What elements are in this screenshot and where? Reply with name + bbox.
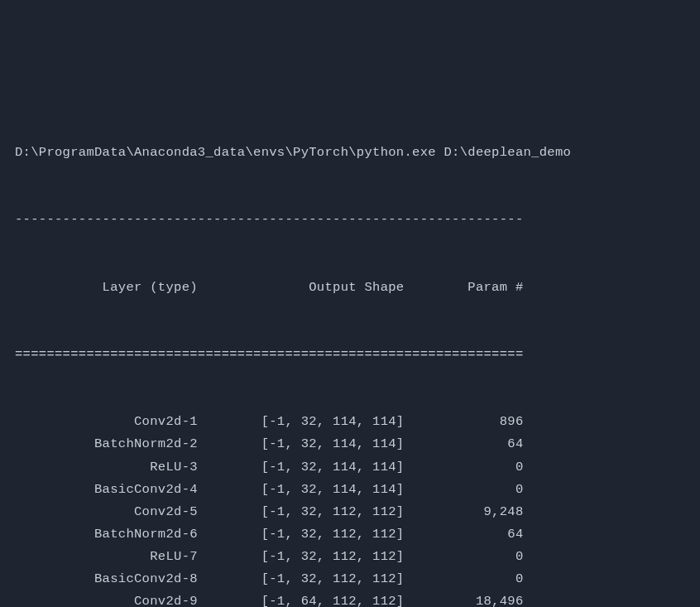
table-row: Conv2d-9 [-1, 64, 112, 112] 18,496: [15, 590, 700, 607]
command-line: D:\ProgramData\Anaconda3_data\envs\PyTor…: [15, 142, 700, 164]
table-row: ReLU-7 [-1, 32, 112, 112] 0: [15, 546, 700, 568]
table-body: Conv2d-1 [-1, 32, 114, 114] 896 BatchNor…: [15, 411, 700, 607]
table-header: Layer (type) Output Shape Param #: [15, 277, 700, 299]
table-row: Conv2d-1 [-1, 32, 114, 114] 896: [15, 411, 700, 433]
table-row: BatchNorm2d-2 [-1, 32, 114, 114] 64: [15, 433, 700, 455]
table-row: BasicConv2d-8 [-1, 32, 112, 112] 0: [15, 568, 700, 590]
table-row: BatchNorm2d-6 [-1, 32, 112, 112] 64: [15, 523, 700, 546]
divider-header: ========================================…: [15, 344, 700, 366]
table-row: BasicConv2d-4 [-1, 32, 114, 114] 0: [15, 479, 700, 501]
divider-top: ----------------------------------------…: [15, 209, 700, 231]
table-row: Conv2d-5 [-1, 32, 112, 112] 9,248: [15, 501, 700, 523]
terminal-output: D:\ProgramData\Anaconda3_data\envs\PyTor…: [0, 97, 700, 608]
table-row: ReLU-3 [-1, 32, 114, 114] 0: [15, 456, 700, 479]
